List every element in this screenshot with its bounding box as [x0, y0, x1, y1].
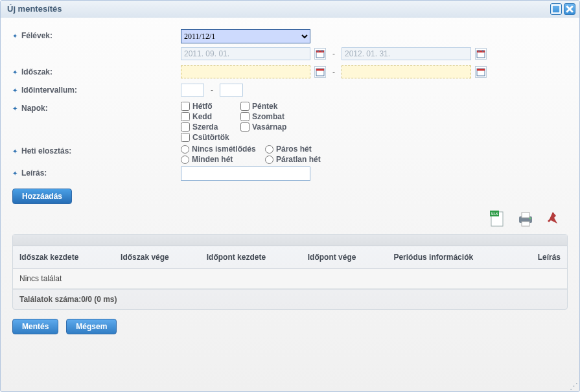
- row-days: ✦ Napok: Hétfő Péntek Kedd Szombat Szerd…: [12, 102, 568, 142]
- svg-rect-14: [477, 69, 485, 71]
- radio-even-week[interactable]: [265, 145, 273, 154]
- col-time-end[interactable]: Időpont vége: [301, 246, 388, 269]
- semester-end-date: 2012. 01. 31.: [342, 47, 471, 60]
- description-input[interactable]: [181, 167, 310, 181]
- table-header-row: Időszak kezdete Időszak vége Időpont kez…: [13, 246, 567, 269]
- table-row-empty: Nincs találat: [13, 269, 567, 289]
- bullet-icon: ✦: [12, 105, 17, 112]
- results-grid: Időszak kezdete Időszak vége Időpont kez…: [12, 234, 568, 310]
- row-interval: ✦ Időintervallum: -: [12, 84, 568, 99]
- date-separator: -: [330, 67, 338, 76]
- svg-rect-12: [316, 69, 324, 71]
- date-separator: -: [330, 49, 338, 58]
- checkbox-tuesday[interactable]: [181, 112, 190, 121]
- print-icon[interactable]: [516, 209, 535, 229]
- col-period-info[interactable]: Periódus információk: [387, 246, 516, 269]
- label-sunday: Vasárnap: [252, 122, 286, 132]
- bullet-icon: ✦: [12, 148, 17, 155]
- col-description[interactable]: Leírás: [516, 246, 567, 269]
- interval-to-input[interactable]: [220, 84, 243, 97]
- save-button[interactable]: Mentés: [12, 319, 58, 334]
- label-weekly-text: Heti elosztás:: [21, 146, 71, 156]
- pin-icon[interactable]: [543, 209, 563, 229]
- calendar-icon[interactable]: [475, 48, 487, 60]
- grid-footer: Találatok száma:0/0 (0 ms): [13, 289, 567, 309]
- checkbox-friday[interactable]: [240, 102, 249, 111]
- dialog-window: Új mentesítés ✦ Félévek: 2011/12/1: [0, 0, 580, 392]
- bullet-icon: ✦: [12, 69, 17, 76]
- empty-text: Nincs találat: [13, 269, 567, 289]
- semester-start-date: 2011. 09. 01.: [181, 47, 310, 60]
- semester-select[interactable]: 2011/12/1: [181, 29, 310, 43]
- svg-rect-20: [522, 222, 529, 226]
- row-semester-dates: 2011. 09. 01. - 2012. 01. 31.: [12, 47, 568, 63]
- results-table: Időszak kezdete Időszak vége Időpont kez…: [13, 246, 567, 289]
- svg-rect-4: [316, 51, 324, 52]
- interval-separator: -: [208, 86, 216, 95]
- grid-action-icons: XLS: [12, 204, 568, 233]
- label-monday: Hétfő: [192, 102, 213, 111]
- label-wednesday: Szerda: [192, 122, 218, 132]
- label-every-week: Minden hét: [192, 155, 233, 164]
- checkbox-monday[interactable]: [181, 102, 190, 111]
- radio-every-week[interactable]: [181, 156, 189, 164]
- checkbox-thursday[interactable]: [181, 133, 190, 142]
- calendar-icon[interactable]: [475, 66, 487, 78]
- label-even-week: Páros hét: [276, 144, 312, 154]
- svg-text:XLS: XLS: [491, 212, 498, 216]
- label-semesters: ✦ Félévek:: [12, 29, 181, 40]
- label-semesters-text: Félévek:: [21, 31, 52, 40]
- svg-rect-19: [522, 213, 529, 218]
- checkbox-sunday[interactable]: [240, 122, 249, 132]
- window-title: Új mentesítés: [7, 4, 62, 14]
- label-interval-text: Időintervallum:: [21, 86, 77, 95]
- titlebar: Új mentesítés: [1, 1, 579, 17]
- resize-grip[interactable]: ⋰: [569, 381, 578, 390]
- bullet-icon: ✦: [12, 32, 17, 40]
- svg-rect-0: [552, 5, 561, 13]
- label-thursday: Csütörtök: [192, 133, 229, 142]
- bottom-buttons: Mentés Mégsem: [12, 315, 568, 334]
- row-description: ✦ Leírás:: [12, 167, 568, 182]
- bullet-icon: ✦: [12, 170, 17, 177]
- row-semesters: ✦ Félévek: 2011/12/1: [12, 29, 568, 45]
- radio-odd-week[interactable]: [265, 156, 273, 164]
- checkbox-saturday[interactable]: [240, 112, 249, 121]
- label-tuesday: Kedd: [192, 112, 212, 121]
- add-button[interactable]: Hozzáadás: [12, 189, 72, 204]
- maximize-button[interactable]: [550, 3, 562, 15]
- checkbox-wednesday[interactable]: [181, 122, 190, 132]
- radio-no-repeat[interactable]: [181, 145, 189, 154]
- cancel-button[interactable]: Mégsem: [66, 319, 117, 334]
- grid-toolbar: [13, 235, 567, 246]
- maximize-icon: [551, 4, 561, 14]
- label-description-text: Leírás:: [21, 168, 47, 178]
- col-time-start[interactable]: Időpont kezdete: [200, 246, 301, 269]
- label-saturday: Szombat: [252, 112, 284, 121]
- interval-from-input[interactable]: [181, 84, 204, 97]
- calendar-icon[interactable]: [314, 66, 326, 78]
- svg-rect-8: [477, 51, 485, 52]
- label-period-text: Időszak:: [21, 67, 52, 76]
- col-period-start[interactable]: Időszak kezdete: [13, 246, 114, 269]
- svg-point-21: [529, 218, 531, 220]
- close-button[interactable]: [564, 3, 575, 15]
- row-weekly: ✦ Heti elosztás: Nincs ismétlődés Páros …: [12, 144, 568, 164]
- close-icon: [564, 4, 575, 14]
- col-period-end[interactable]: Időszak vége: [114, 246, 200, 269]
- row-period: ✦ Időszak: -: [12, 65, 568, 81]
- period-start-input[interactable]: [181, 65, 310, 78]
- bullet-icon: ✦: [12, 87, 17, 94]
- window-buttons: [550, 3, 575, 15]
- label-friday: Péntek: [252, 102, 277, 111]
- content-area: ✦ Félévek: 2011/12/1 2011. 09. 01. - 201…: [1, 17, 579, 341]
- export-xls-icon[interactable]: XLS: [489, 209, 508, 229]
- label-odd-week: Páratlan hét: [276, 155, 321, 164]
- label-no-repeat: Nincs ismétlődés: [192, 144, 256, 154]
- calendar-icon[interactable]: [314, 48, 326, 60]
- label-days-text: Napok:: [21, 104, 48, 113]
- period-end-input[interactable]: [342, 65, 471, 78]
